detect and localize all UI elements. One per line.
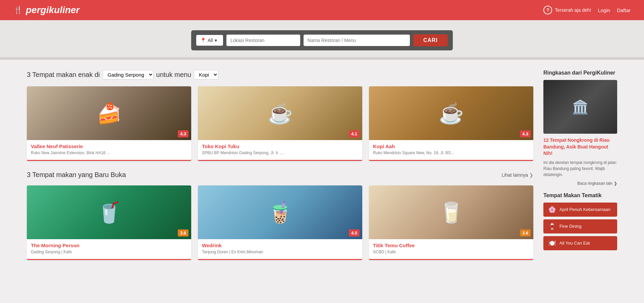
card-wedrink-info: Wedrink Tanjung Duren | Es Krim,Minuman (198, 239, 362, 259)
header-right: ? Terserah aja deh! Login Daftar (543, 6, 631, 14)
help-button[interactable]: ? Terserah aja deh! (543, 6, 591, 14)
card-titik-name: Titik Temu Coffee (373, 243, 529, 248)
card-kopi[interactable]: 4.3 Kopi Aah Ruko Mendrisio Square New, … (369, 86, 533, 161)
ringkasan-desc: Ini dia deretan tempat nongkrong di jala… (543, 160, 617, 178)
location-select-value: All (208, 38, 213, 43)
card-morning-name: The Morning Person (31, 243, 187, 248)
ringkasan-headline[interactable]: 12 Tempat Nongkrong di Riau Bandung, Asi… (543, 137, 617, 157)
tematik-title: Tempat Makan Tematik (543, 192, 617, 199)
section2-title: 3 Tempat makan yang Baru Buka (27, 171, 126, 179)
card-kopi-address: Ruko Mendrisio Square New, No. 18, Jl. B… (373, 150, 529, 155)
card-titik-info: Titik Temu Coffee SCBD | Kafe (369, 239, 533, 259)
lihat-lainnya-button[interactable]: Lihat lainnya ❯ (501, 172, 533, 178)
card-morning-info: The Morning Person Gading Serpong | Kafe (27, 239, 191, 259)
card-titik-image (369, 185, 533, 239)
logo-icon: 🍴 (13, 6, 22, 14)
card-vallee[interactable]: 4.3 Vallee Neuf Patisserie Ruko New Jasm… (27, 86, 191, 161)
logo[interactable]: 🍴 pergikuliner (13, 5, 79, 15)
ringkasan-title: Ringkasan dari PergiKuliner (543, 70, 617, 76)
card-titik[interactable]: 3.6 Titik Temu Coffee SCBD | Kafe (369, 185, 533, 260)
content-left: 3 Tempat makan enak di Gading Serpong un… (27, 70, 533, 270)
chevron-down-icon: ▾ (215, 38, 217, 43)
card-vallee-info: Vallee Neuf Patisserie Ruko New Jasmine … (27, 140, 191, 160)
card-wedrink-image-wrap: 4.0 (198, 185, 362, 239)
location-pin-icon: 📍 (200, 38, 206, 43)
sidebar: Ringkasan dari PergiKuliner 🏛️ 12 Tempat… (543, 70, 617, 270)
section1-cards: 4.3 Vallee Neuf Patisserie Ruko New Jasm… (27, 86, 533, 161)
card-toko-rating: 4.1 (349, 130, 360, 137)
tematik-fine-dining-icon: 🍷 (548, 223, 556, 230)
card-kopi-name: Kopi Aah (373, 143, 529, 149)
card-titik-image-wrap: 3.6 (369, 185, 533, 239)
tematik-april-icon: 🌸 (548, 206, 556, 213)
arrow-right-icon-sidebar: ❯ (614, 181, 617, 186)
help-text: Terserah aja deh! (555, 7, 591, 13)
card-vallee-address: Ruko New Jasmine Extension, Blok HA16 ..… (31, 150, 187, 155)
help-circle-icon: ? (543, 6, 552, 14)
baca-ringkasan-link[interactable]: Baca ringkasan lain ❯ (543, 181, 617, 186)
card-morning-rating: 3.6 (178, 229, 189, 236)
card-vallee-name: Vallee Neuf Patisserie (31, 143, 187, 149)
card-toko-address: SPBU BP Mendrisio Gading Serpong, Jl. Ir… (202, 150, 358, 155)
tematik-fine-dining-label: Fine Dining (559, 224, 582, 229)
card-kopi-image-wrap: 4.3 (369, 86, 533, 140)
search-button[interactable]: CARI (413, 34, 448, 46)
location-dropdown[interactable]: Gading Serpong (103, 70, 154, 80)
card-vallee-image-wrap: 4.3 (27, 86, 191, 140)
card-wedrink-name: Wedrink (202, 243, 358, 248)
divider (0, 57, 644, 60)
tematik-all-you-can-eat-button[interactable]: 🍽️ All You Can Eat (543, 236, 617, 250)
logo-text: pergikuliner (26, 5, 79, 15)
card-titik-rating: 3.6 (520, 229, 531, 236)
card-toko[interactable]: 4.1 Toko Kopi Tuku SPBU BP Mendrisio Gad… (198, 86, 362, 161)
location-select[interactable]: 📍 All ▾ (196, 35, 223, 46)
header: 🍴 pergikuliner ? Terserah aja deh! Login… (0, 0, 644, 20)
card-toko-image-wrap: 4.1 (198, 86, 362, 140)
baca-ringkasan-text: Baca ringkasan lain (577, 181, 612, 186)
card-titik-address: SCBD | Kafe (373, 250, 529, 254)
section2-header: 3 Tempat makan yang Baru Buka Lihat lain… (27, 171, 533, 179)
login-button[interactable]: Login (598, 7, 610, 13)
card-vallee-image (27, 86, 191, 140)
card-kopi-info: Kopi Aah Ruko Mendrisio Square New, No. … (369, 140, 533, 160)
menu-dropdown[interactable]: Kopi (194, 70, 218, 80)
section1-header: 3 Tempat makan enak di Gading Serpong un… (27, 70, 533, 80)
card-wedrink-address: Tanjung Duren | Es Krim,Minuman (202, 250, 358, 254)
tematik-april-button[interactable]: 🌸 April Penuh Kebersamaan (543, 203, 617, 217)
card-kopi-rating: 4.3 (520, 130, 531, 137)
card-toko-name: Toko Kopi Tuku (202, 143, 358, 149)
location-input[interactable] (226, 35, 300, 46)
tematik-fine-dining-button[interactable]: 🍷 Fine Dining (543, 219, 617, 233)
card-vallee-rating: 4.3 (178, 130, 189, 137)
card-morning-image-wrap: 3.6 (27, 185, 191, 239)
card-toko-info: Toko Kopi Tuku SPBU BP Mendrisio Gading … (198, 140, 362, 160)
arrow-right-icon: ❯ (529, 172, 533, 178)
menu-input[interactable] (304, 35, 410, 46)
ringkasan-image: 🏛️ (543, 80, 617, 134)
card-morning-address: Gading Serpong | Kafe (31, 250, 187, 254)
card-morning[interactable]: 3.6 The Morning Person Gading Serpong | … (27, 185, 191, 260)
card-toko-image (198, 86, 362, 140)
daftar-button[interactable]: Daftar (617, 7, 631, 13)
tematik-april-label: April Penuh Kebersamaan (559, 207, 610, 212)
card-wedrink-rating: 4.0 (349, 229, 360, 236)
lihat-lainnya-text: Lihat lainnya (501, 172, 528, 178)
tematik-ayce-label: All You Can Eat (559, 241, 590, 246)
section2-cards: 3.6 The Morning Person Gading Serpong | … (27, 185, 533, 260)
card-wedrink-image (198, 185, 362, 239)
main-content: 3 Tempat makan enak di Gading Serpong un… (0, 60, 644, 280)
card-kopi-image (369, 86, 533, 140)
ringkasan-image-inner: 🏛️ (543, 80, 617, 134)
tematik-ayce-icon: 🍽️ (548, 240, 556, 247)
search-section: 📍 All ▾ CARI (0, 20, 644, 57)
search-bar: 📍 All ▾ CARI (191, 30, 453, 50)
card-wedrink[interactable]: 4.0 Wedrink Tanjung Duren | Es Krim,Minu… (198, 185, 362, 260)
section1-title-prefix: 3 Tempat makan enak di (27, 71, 100, 79)
card-morning-image (27, 185, 191, 239)
section1-title-suffix: untuk menu (156, 71, 192, 79)
